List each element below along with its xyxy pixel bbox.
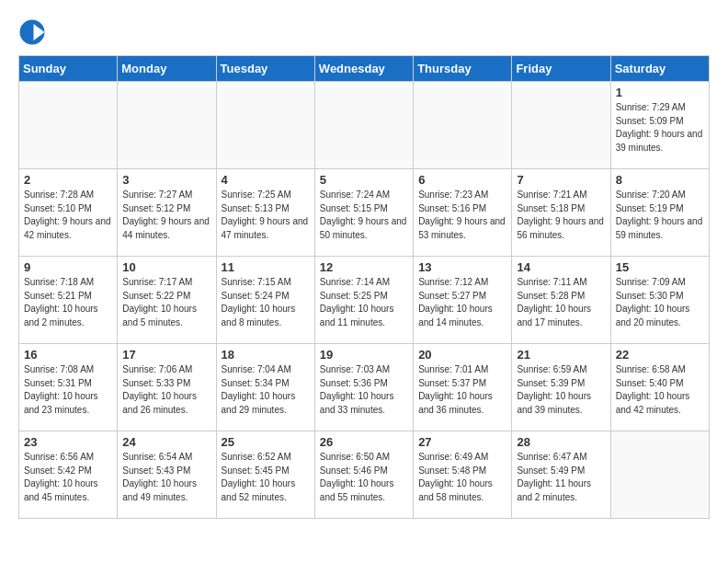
day-number: 7 [517,173,605,187]
day-number: 28 [517,435,605,449]
weekday-header-friday: Friday [512,56,610,82]
calendar-week-row: 9Sunrise: 7:18 AM Sunset: 5:21 PM Daylig… [19,257,710,344]
calendar-cell: 13Sunrise: 7:12 AM Sunset: 5:27 PM Dayli… [414,257,512,344]
calendar-week-row: 1Sunrise: 7:29 AM Sunset: 5:09 PM Daylig… [19,82,710,169]
calendar-week-row: 2Sunrise: 7:28 AM Sunset: 5:10 PM Daylig… [19,169,710,257]
day-number: 8 [616,173,704,187]
day-number: 26 [320,435,408,449]
calendar-cell [19,82,118,169]
weekday-header-row: SundayMondayTuesdayWednesdayThursdayFrid… [19,56,710,82]
day-info: Sunrise: 7:25 AM Sunset: 5:13 PM Dayligh… [222,189,310,242]
day-number: 4 [222,173,310,187]
day-number: 6 [418,173,506,187]
calendar-cell: 4Sunrise: 7:25 AM Sunset: 5:13 PM Daylig… [216,169,314,257]
day-number: 17 [122,348,210,362]
day-number: 5 [320,173,408,187]
day-number: 15 [616,260,704,274]
calendar-cell [118,82,216,169]
weekday-header-sunday: Sunday [19,56,118,82]
calendar-cell: 23Sunrise: 6:56 AM Sunset: 5:42 PM Dayli… [19,431,118,519]
day-number: 23 [24,435,112,449]
calendar-cell [216,82,314,169]
day-info: Sunrise: 7:03 AM Sunset: 5:36 PM Dayligh… [320,363,408,417]
day-number: 3 [122,173,210,187]
day-number: 16 [24,348,112,362]
day-info: Sunrise: 7:20 AM Sunset: 5:19 PM Dayligh… [616,189,704,242]
day-info: Sunrise: 7:12 AM Sunset: 5:27 PM Dayligh… [418,276,506,329]
day-number: 21 [517,348,605,362]
calendar-cell: 16Sunrise: 7:08 AM Sunset: 5:31 PM Dayli… [19,344,118,431]
calendar-cell: 15Sunrise: 7:09 AM Sunset: 5:30 PM Dayli… [610,257,709,344]
calendar-cell: 10Sunrise: 7:17 AM Sunset: 5:22 PM Dayli… [118,257,216,344]
day-info: Sunrise: 7:29 AM Sunset: 5:09 PM Dayligh… [616,101,704,155]
day-info: Sunrise: 7:08 AM Sunset: 5:31 PM Dayligh… [24,363,112,417]
header [18,18,710,46]
day-number: 1 [616,86,704,99]
day-info: Sunrise: 6:54 AM Sunset: 5:43 PM Dayligh… [122,451,210,504]
day-info: Sunrise: 6:59 AM Sunset: 5:39 PM Dayligh… [517,363,605,417]
weekday-header-thursday: Thursday [414,56,512,82]
calendar-cell: 6Sunrise: 7:23 AM Sunset: 5:16 PM Daylig… [414,169,512,257]
calendar-cell: 2Sunrise: 7:28 AM Sunset: 5:10 PM Daylig… [19,169,118,257]
calendar-cell: 24Sunrise: 6:54 AM Sunset: 5:43 PM Dayli… [118,431,216,519]
day-info: Sunrise: 6:49 AM Sunset: 5:48 PM Dayligh… [418,451,506,504]
day-info: Sunrise: 7:17 AM Sunset: 5:22 PM Dayligh… [122,276,210,329]
weekday-header-saturday: Saturday [610,56,709,82]
calendar-cell [414,82,512,169]
day-info: Sunrise: 7:28 AM Sunset: 5:10 PM Dayligh… [24,189,112,242]
calendar-cell: 18Sunrise: 7:04 AM Sunset: 5:34 PM Dayli… [216,344,314,431]
day-info: Sunrise: 7:24 AM Sunset: 5:15 PM Dayligh… [320,189,408,242]
day-info: Sunrise: 6:47 AM Sunset: 5:49 PM Dayligh… [517,451,605,504]
calendar-cell: 26Sunrise: 6:50 AM Sunset: 5:46 PM Dayli… [314,431,413,519]
calendar-cell: 20Sunrise: 7:01 AM Sunset: 5:37 PM Dayli… [414,344,512,431]
day-number: 20 [418,348,506,362]
calendar-cell: 3Sunrise: 7:27 AM Sunset: 5:12 PM Daylig… [118,169,216,257]
weekday-header-wednesday: Wednesday [314,56,413,82]
calendar-cell: 1Sunrise: 7:29 AM Sunset: 5:09 PM Daylig… [610,82,709,169]
calendar-week-row: 23Sunrise: 6:56 AM Sunset: 5:42 PM Dayli… [19,431,710,519]
day-info: Sunrise: 6:58 AM Sunset: 5:40 PM Dayligh… [616,363,704,417]
day-info: Sunrise: 6:52 AM Sunset: 5:45 PM Dayligh… [222,451,310,504]
day-number: 11 [222,260,310,274]
day-info: Sunrise: 7:04 AM Sunset: 5:34 PM Dayligh… [222,363,310,417]
calendar-cell: 27Sunrise: 6:49 AM Sunset: 5:48 PM Dayli… [414,431,512,519]
calendar-week-row: 16Sunrise: 7:08 AM Sunset: 5:31 PM Dayli… [19,344,710,431]
day-number: 10 [122,260,210,274]
weekday-header-tuesday: Tuesday [216,56,314,82]
calendar-cell: 12Sunrise: 7:14 AM Sunset: 5:25 PM Dayli… [314,257,413,344]
calendar-cell: 19Sunrise: 7:03 AM Sunset: 5:36 PM Dayli… [314,344,413,431]
calendar-cell: 11Sunrise: 7:15 AM Sunset: 5:24 PM Dayli… [216,257,314,344]
day-info: Sunrise: 7:15 AM Sunset: 5:24 PM Dayligh… [222,276,310,329]
calendar-cell: 25Sunrise: 6:52 AM Sunset: 5:45 PM Dayli… [216,431,314,519]
day-info: Sunrise: 7:11 AM Sunset: 5:28 PM Dayligh… [517,276,605,329]
logo-icon [18,18,46,46]
calendar-cell: 9Sunrise: 7:18 AM Sunset: 5:21 PM Daylig… [19,257,118,344]
weekday-header-monday: Monday [118,56,216,82]
day-info: Sunrise: 7:01 AM Sunset: 5:37 PM Dayligh… [418,363,506,417]
day-info: Sunrise: 7:09 AM Sunset: 5:30 PM Dayligh… [616,276,704,329]
day-info: Sunrise: 7:18 AM Sunset: 5:21 PM Dayligh… [24,276,112,329]
calendar-cell: 22Sunrise: 6:58 AM Sunset: 5:40 PM Dayli… [610,344,709,431]
day-number: 22 [616,348,704,362]
calendar-cell [512,82,610,169]
day-info: Sunrise: 7:21 AM Sunset: 5:18 PM Dayligh… [517,189,605,242]
calendar-cell: 17Sunrise: 7:06 AM Sunset: 5:33 PM Dayli… [118,344,216,431]
calendar-cell: 5Sunrise: 7:24 AM Sunset: 5:15 PM Daylig… [314,169,413,257]
calendar-cell: 8Sunrise: 7:20 AM Sunset: 5:19 PM Daylig… [610,169,709,257]
calendar-cell: 7Sunrise: 7:21 AM Sunset: 5:18 PM Daylig… [512,169,610,257]
day-number: 25 [222,435,310,449]
day-number: 13 [418,260,506,274]
calendar-cell [610,431,709,519]
calendar-cell: 21Sunrise: 6:59 AM Sunset: 5:39 PM Dayli… [512,344,610,431]
calendar-cell [314,82,413,169]
day-number: 2 [24,173,112,187]
day-info: Sunrise: 7:14 AM Sunset: 5:25 PM Dayligh… [320,276,408,329]
calendar-cell: 14Sunrise: 7:11 AM Sunset: 5:28 PM Dayli… [512,257,610,344]
day-number: 9 [24,260,112,274]
day-number: 27 [418,435,506,449]
logo [18,18,50,46]
day-number: 18 [222,348,310,362]
calendar-cell: 28Sunrise: 6:47 AM Sunset: 5:49 PM Dayli… [512,431,610,519]
day-info: Sunrise: 7:23 AM Sunset: 5:16 PM Dayligh… [418,189,506,242]
day-number: 24 [122,435,210,449]
